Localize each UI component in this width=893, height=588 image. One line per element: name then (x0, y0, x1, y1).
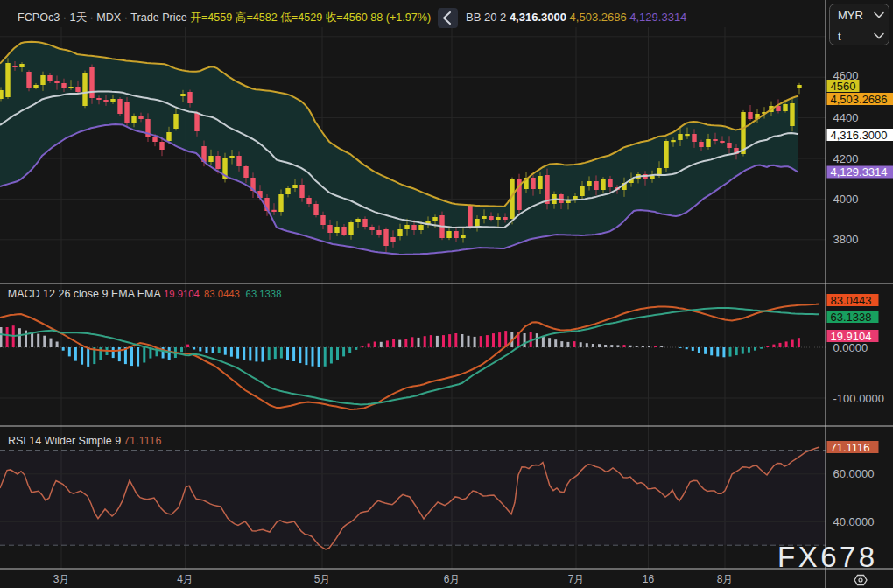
svg-text:63.1338: 63.1338 (246, 289, 282, 299)
svg-text:RSI 14 Wilder Simple 9: RSI 14 Wilder Simple 9 (8, 435, 121, 447)
svg-text:83.0443: 83.0443 (831, 294, 872, 307)
svg-text:4200: 4200 (833, 152, 859, 165)
svg-text:71.1116: 71.1116 (831, 441, 870, 454)
svg-text:16: 16 (643, 573, 655, 585)
svg-text:63.1338: 63.1338 (831, 311, 872, 324)
svg-text:4400: 4400 (833, 111, 859, 124)
svg-text:4560: 4560 (831, 80, 856, 93)
svg-text:FCPOc3 · 1天 · MDX · Trade Pric: FCPOc3 · 1天 · MDX · Trade Price 开=4559 高… (18, 11, 431, 24)
svg-text:BB 20 2 4,316.3000 4,503.268: BB 20 2 4,316.3000 4,503.2686 4,129.3314 (466, 10, 686, 24)
svg-text:8月: 8月 (717, 573, 734, 585)
svg-text:5月: 5月 (314, 573, 331, 585)
svg-text:83.0443: 83.0443 (204, 289, 240, 299)
svg-text:MYR: MYR (838, 9, 863, 22)
svg-text:MACD 12 26 close 9 EMA EMA: MACD 12 26 close 9 EMA EMA (8, 288, 162, 300)
svg-text:0.0000: 0.0000 (833, 341, 868, 354)
svg-text:71.1116: 71.1116 (123, 435, 161, 447)
svg-text:7月: 7月 (568, 573, 585, 585)
svg-text:4,503.2686: 4,503.2686 (831, 93, 888, 106)
svg-text:4,129.3314: 4,129.3314 (831, 165, 888, 178)
svg-text:3月: 3月 (53, 573, 70, 585)
svg-text:60.0000: 60.0000 (833, 467, 875, 480)
svg-text:4,316.3000: 4,316.3000 (831, 129, 888, 142)
svg-text:19.9104: 19.9104 (164, 289, 200, 299)
svg-text:4月: 4月 (177, 573, 193, 585)
svg-text:40.0000: 40.0000 (833, 515, 875, 528)
svg-text:t: t (838, 30, 841, 43)
svg-text:-100.0000: -100.0000 (833, 392, 885, 405)
svg-text:FX678: FX678 (777, 541, 878, 573)
svg-text:4000: 4000 (833, 192, 859, 206)
svg-text:6月: 6月 (444, 573, 461, 585)
svg-text:3800: 3800 (833, 233, 859, 246)
